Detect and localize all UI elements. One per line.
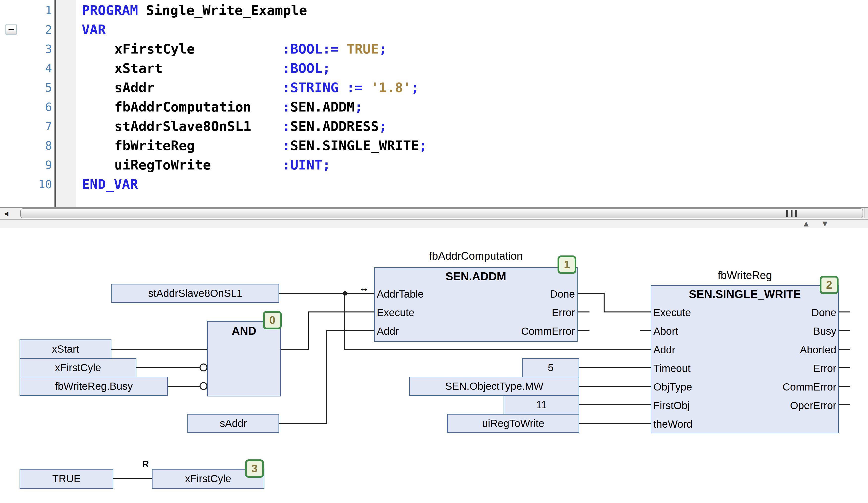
sw-output-opererror: OperError	[790, 400, 836, 411]
wire	[113, 478, 152, 479]
sw-input-execute: Execute	[653, 308, 691, 318]
line-number: 8	[0, 136, 52, 155]
line-number: 10	[0, 175, 52, 194]
sw-input-addr: Addr	[653, 345, 675, 355]
single-write-title: SEN.SINGLE_WRITE	[651, 288, 838, 301]
and-block[interactable]: AND	[207, 321, 281, 396]
scrollbar-right-end	[865, 208, 868, 218]
execution-order-badge: 2	[820, 276, 838, 294]
addm-input-addr: Addr	[377, 326, 399, 336]
addm-instance-label: fbAddrComputation	[374, 250, 578, 262]
wire	[308, 311, 375, 312]
wire	[838, 311, 850, 312]
fbd-diagram[interactable]: fbAddrComputation fbWriteReg SEN.ADDM Ad…	[0, 228, 868, 503]
line-number: 3	[0, 39, 52, 59]
line-number: 6	[0, 97, 52, 117]
operand-saddr[interactable]: sAddr	[187, 414, 279, 433]
code-line: 10 END_VAR	[0, 175, 868, 194]
code-line: 7 stAddrSlave8OnSL1 :SEN.ADDRESS;	[0, 117, 868, 136]
code-line: 6 fbAddrComputation :SEN.ADDM;	[0, 97, 868, 117]
scrollbar-grip-icon	[786, 210, 788, 217]
wire	[603, 311, 652, 312]
wire	[279, 423, 327, 424]
wire	[579, 423, 651, 424]
addm-output-error: Error	[552, 308, 575, 318]
sw-output-error: Error	[813, 363, 836, 374]
wire	[838, 386, 850, 387]
execution-order-badge: 3	[245, 460, 264, 478]
fbwritereg-instance-label: fbWriteReg	[651, 269, 839, 281]
scrollbar-grip-icon	[791, 210, 793, 217]
negation-circle	[199, 382, 207, 390]
addm-input-addrtable: AddrTable	[377, 289, 424, 299]
code-line: 2 VAR	[0, 20, 868, 39]
wire	[578, 330, 589, 331]
wire	[579, 386, 651, 387]
line-number: 5	[0, 78, 52, 97]
addm-output-commerror: CommError	[521, 326, 575, 336]
operand-firstobj-value[interactable]: 11	[504, 395, 579, 414]
wire	[603, 293, 604, 312]
code-line: 9 uiRegToWrite :UINT;	[0, 155, 868, 175]
wire	[168, 386, 200, 387]
operand-uiregtowrite[interactable]: uiRegToWrite	[447, 414, 579, 433]
splitter-down-icon[interactable]: ▼	[819, 219, 831, 228]
operand-true-constant[interactable]: TRUE	[20, 469, 113, 489]
addm-block[interactable]: SEN.ADDM AddrTable Execute Addr Done Err…	[374, 267, 578, 342]
operand-fbwritereg-busy[interactable]: fbWriteReg.Busy	[20, 376, 168, 396]
wire	[308, 311, 309, 350]
line-number: 2	[0, 20, 52, 39]
wire	[838, 367, 850, 368]
sw-input-abort: Abort	[653, 326, 678, 336]
wire	[578, 293, 604, 294]
scroll-left-arrow-icon[interactable]: ◄	[2, 209, 15, 218]
wire	[579, 404, 651, 405]
wire	[344, 293, 345, 350]
line-number: 9	[0, 155, 52, 175]
code-line: 8 fbWriteReg :SEN.SINGLE_WRITE;	[0, 136, 868, 155]
operand-xstart[interactable]: xStart	[20, 340, 111, 359]
sw-input-firstobj: FirstObj	[653, 400, 690, 411]
line-number: 1	[0, 1, 52, 20]
addm-input-execute: Execute	[377, 308, 414, 318]
operand-xfirstcyle[interactable]: xFirstCyle	[20, 358, 136, 378]
code-line: 4 xStart :BOOL;	[0, 59, 868, 78]
splitter-up-icon[interactable]: ▲	[800, 219, 812, 228]
wire	[578, 311, 589, 312]
wire	[111, 349, 207, 350]
execution-order-badge: 1	[558, 255, 576, 274]
code-line: 1 PROGRAM Single_Write_Example	[0, 1, 868, 20]
wire	[838, 330, 850, 331]
operand-staddrslave8onsl1[interactable]: stAddrSlave8OnSL1	[111, 284, 279, 303]
negation-circle	[199, 363, 207, 371]
inout-arrow-icon: ↔	[359, 282, 369, 293]
wire	[838, 404, 850, 405]
execution-order-badge: 0	[263, 311, 282, 329]
sw-input-objtype: ObjType	[653, 382, 692, 392]
sw-output-busy: Busy	[813, 326, 836, 336]
wire	[838, 349, 850, 350]
sw-output-done: Done	[812, 308, 836, 318]
st-code-editor[interactable]: − 1 PROGRAM Single_Write_Example 2 VAR 3…	[0, 0, 868, 207]
sw-input-timeout: Timeout	[653, 363, 691, 374]
operand-objtype-value[interactable]: SEN.ObjectType.MW	[409, 376, 579, 396]
line-number: 4	[0, 59, 52, 78]
code-line: 5 sAddr :STRING := '1.8';	[0, 78, 868, 97]
sw-output-aborted: Aborted	[800, 345, 836, 355]
scrollbar-thumb[interactable]	[20, 208, 863, 218]
code-line: 3 xFirstCyle :BOOL:= TRUE;	[0, 39, 868, 59]
sw-output-commerror: CommError	[783, 382, 836, 392]
sw-input-theword: theWord	[653, 419, 692, 430]
reset-marker: R	[142, 460, 149, 469]
wire	[281, 349, 309, 350]
line-number: 7	[0, 117, 52, 136]
wire	[326, 330, 375, 331]
wire	[136, 367, 200, 368]
plc-ide-window: { "editor": { "collapse_glyph": "−", "li…	[0, 0, 868, 503]
wire	[640, 330, 651, 331]
scrollbar-grip-icon	[795, 210, 797, 217]
wire	[344, 349, 652, 350]
operand-timeout-value[interactable]: 5	[522, 358, 579, 378]
wire	[579, 367, 651, 368]
single-write-block[interactable]: SEN.SINGLE_WRITE Execute Abort Addr Time…	[651, 285, 839, 433]
